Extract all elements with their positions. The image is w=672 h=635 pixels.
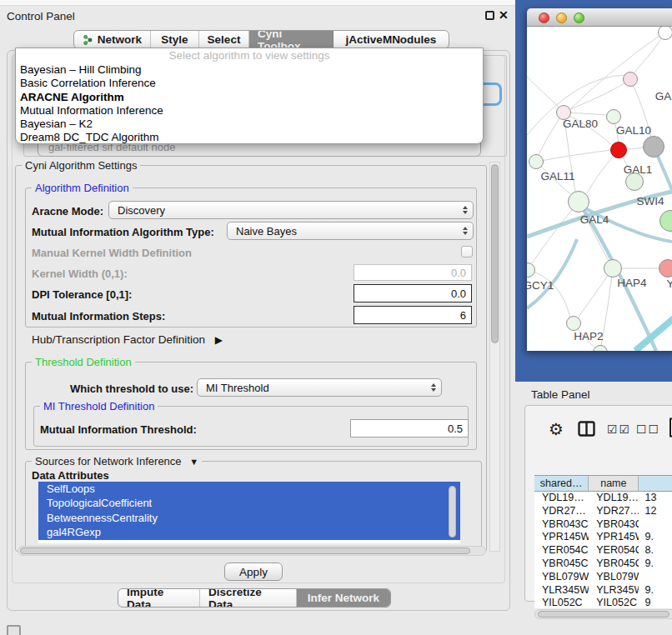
float-panel-icon[interactable] bbox=[485, 11, 494, 20]
settings-scrollbar[interactable] bbox=[489, 162, 500, 552]
network-node[interactable] bbox=[658, 27, 672, 40]
attribute-list-scrollbar-thumb[interactable] bbox=[449, 486, 456, 538]
table-row[interactable]: YDL19…YDL19…13 bbox=[534, 492, 672, 505]
aracne-mode-label: Aracne Mode: bbox=[32, 205, 103, 218]
zoom-traffic-light-icon[interactable] bbox=[574, 12, 584, 23]
tab-infer-network[interactable]: Infer Network bbox=[297, 589, 390, 607]
split-columns-icon[interactable] bbox=[578, 421, 595, 437]
panel-corner-button[interactable] bbox=[7, 625, 21, 635]
dropdown-item-bayesian-hill-climbing[interactable]: Bayesian – Hill Climbing bbox=[16, 63, 483, 77]
mi-type-combobox[interactable]: Naive Bayes bbox=[227, 222, 474, 240]
combobox-value: MI Threshold bbox=[206, 382, 269, 394]
tab-label: Style bbox=[161, 33, 188, 46]
network-node[interactable] bbox=[568, 191, 589, 212]
network-canvas[interactable]: GAL7 GAL80 GAL10 GAL1 GAL11 SWI4 GAL4 GC… bbox=[527, 27, 672, 351]
network-node[interactable] bbox=[604, 259, 622, 278]
mi-steps-label: Mutual Information Steps: bbox=[32, 310, 165, 322]
minimize-traffic-light-icon[interactable] bbox=[556, 12, 567, 23]
network-node[interactable] bbox=[643, 136, 664, 158]
document-icon[interactable] bbox=[669, 418, 672, 438]
kernel-width-field[interactable]: 0.0 bbox=[354, 264, 472, 281]
settings-horizontal-scrollbar[interactable] bbox=[18, 546, 486, 556]
node-table: shared… name YDL19…YDL19…13 YDR27…YDR27…… bbox=[534, 475, 672, 608]
data-attributes-label: Data Attributes bbox=[32, 469, 109, 482]
tab-discretize-data[interactable]: Discretize Data bbox=[200, 589, 297, 607]
dpi-tolerance-label: DPI Tolerance [0,1]: bbox=[32, 288, 132, 301]
aracne-mode-combobox[interactable]: Discovery bbox=[108, 201, 474, 219]
dropdown-item-basic-correlation[interactable]: Basic Correlation Inference bbox=[16, 77, 483, 90]
dropdown-item-mutual-information[interactable]: Mutual Information Inference bbox=[16, 104, 483, 118]
dropdown-item-aracne[interactable]: ARACNE Algorithm bbox=[16, 91, 483, 104]
bottom-tabbar: Impute Data Discretize Data Infer Networ… bbox=[118, 588, 391, 608]
sources-group-title[interactable]: Sources for Network Inference ▼ bbox=[32, 455, 202, 468]
control-panel: Control Panel ✕ Network Style Select bbox=[0, 0, 515, 635]
table-horizontal-scrollbar[interactable] bbox=[534, 609, 672, 619]
table-panel-title: Table Panel bbox=[531, 388, 590, 401]
tab-cyni-toolbox[interactable]: Cyni Toolbox bbox=[249, 31, 333, 48]
manual-kernel-checkbox[interactable] bbox=[461, 246, 473, 258]
tab-style[interactable]: Style bbox=[151, 31, 199, 48]
network-view-window[interactable]: GAL7 GAL80 GAL10 GAL1 GAL11 SWI4 GAL4 GC… bbox=[527, 8, 672, 351]
mi-threshold-field[interactable]: 0.5 bbox=[350, 419, 469, 438]
dropdown-item-dream8[interactable]: Dream8 DC_TDC Algorithm bbox=[16, 131, 483, 144]
network-window-titlebar[interactable] bbox=[527, 8, 672, 27]
table-row[interactable]: YBL079WYBL079W bbox=[534, 571, 672, 584]
table-row[interactable]: YLR345WYLR345W9. bbox=[534, 584, 672, 598]
node-label: GAL11 bbox=[540, 170, 574, 182]
list-item-selected[interactable]: BetweennessCentrality bbox=[38, 511, 460, 525]
combobox-arrows-icon bbox=[431, 383, 436, 392]
table-row[interactable]: YPR145WYPR145W9. bbox=[534, 531, 672, 544]
mi-steps-field[interactable]: 6 bbox=[354, 306, 472, 324]
column-header-partial[interactable] bbox=[639, 476, 672, 491]
network-node[interactable] bbox=[623, 72, 638, 87]
apply-button[interactable]: Apply bbox=[224, 562, 283, 581]
column-header-name[interactable]: name bbox=[589, 476, 639, 491]
network-node[interactable] bbox=[606, 109, 621, 124]
network-node-selected-red[interactable] bbox=[610, 142, 627, 158]
table-row[interactable]: YER054CYER054C8. bbox=[534, 544, 672, 558]
table-row[interactable]: YBR045CYBR045C9. bbox=[534, 558, 672, 571]
network-node[interactable] bbox=[529, 154, 544, 169]
select-all-checkboxes-icon[interactable]: ☑☑ bbox=[607, 422, 631, 436]
node-label: GAL80 bbox=[563, 118, 598, 130]
dropdown-placeholder: Select algorithm to view settings bbox=[16, 48, 483, 63]
table-row[interactable]: YDR27…YDR27…12 bbox=[534, 505, 672, 518]
table-header-row: shared… name bbox=[534, 476, 672, 492]
column-header-shared-name[interactable]: shared… bbox=[534, 476, 589, 491]
dpi-tolerance-field[interactable]: 0.0 bbox=[354, 284, 472, 302]
network-node[interactable] bbox=[659, 259, 672, 278]
which-threshold-label: Which threshold to use: bbox=[70, 382, 193, 395]
deselect-all-checkboxes-icon[interactable]: ☐☐ bbox=[636, 422, 660, 436]
table-row[interactable]: YIL052CYIL052C9 bbox=[534, 597, 672, 608]
collapse-down-icon: ▼ bbox=[189, 457, 198, 467]
dropdown-item-bayesian-k2[interactable]: Bayesian – K2 bbox=[16, 118, 483, 131]
close-traffic-light-icon[interactable] bbox=[539, 12, 549, 23]
node-label: GCY1 bbox=[527, 279, 554, 292]
tab-label: Impute Data bbox=[127, 588, 191, 608]
tab-impute-data[interactable]: Impute Data bbox=[118, 589, 200, 607]
list-item-selected[interactable]: SelfLoops bbox=[38, 482, 460, 496]
hub-section-header[interactable]: Hub/Transcription Factor Definition ▶ bbox=[32, 333, 223, 346]
tab-network[interactable]: Network bbox=[74, 31, 151, 48]
table-row[interactable]: YBR043CYBR043C bbox=[534, 518, 672, 532]
settings-scrollbar-thumb[interactable] bbox=[491, 164, 499, 343]
control-panel-tabbar: Network Style Select Cyni Toolbox jActiv… bbox=[73, 30, 449, 49]
network-icon bbox=[83, 34, 93, 46]
data-attributes-list: SelfLoops TopologicalCoefficient Between… bbox=[38, 482, 460, 543]
kernel-width-label: Kernel Width (0,1): bbox=[32, 268, 128, 280]
tab-select[interactable]: Select bbox=[199, 31, 249, 48]
list-item-selected[interactable]: gal4RGexp bbox=[38, 525, 460, 539]
which-threshold-combobox[interactable]: MI Threshold bbox=[197, 378, 442, 397]
combobox-arrows-icon bbox=[463, 206, 468, 214]
table-panel-body: ⚙ ☑☑ ☐☐ shared… name YDL19…YDL19…13 YDR2… bbox=[524, 405, 672, 602]
list-item-selected[interactable]: TopologicalCoefficient bbox=[38, 496, 460, 510]
settings-horizontal-thumb[interactable] bbox=[20, 548, 470, 554]
tab-jactivemnodules[interactable]: jActiveMNodules bbox=[333, 31, 449, 48]
network-node[interactable] bbox=[566, 316, 581, 331]
close-icon[interactable]: ✕ bbox=[499, 8, 509, 22]
table-horizontal-thumb[interactable] bbox=[538, 611, 669, 618]
network-edges bbox=[527, 27, 672, 351]
node-label: GAL1 bbox=[624, 163, 653, 176]
gear-icon[interactable]: ⚙ bbox=[549, 419, 564, 439]
combobox-arrows-icon bbox=[463, 227, 468, 235]
